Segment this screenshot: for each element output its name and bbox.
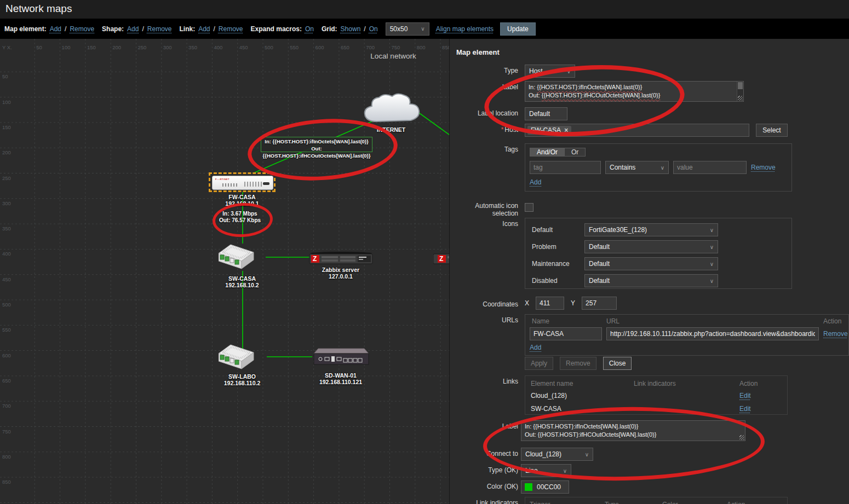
link-indicators-box: Trigger Type Color Action	[525, 497, 788, 504]
node-label-sdwan: SD-WAN-01 192.168.110.121	[308, 372, 374, 385]
node-ip: 192.168.110.2	[209, 380, 275, 386]
link-label-textarea[interactable]: In: {{HOST.HOST}:ifInOctets[WAN].last(0)…	[521, 420, 745, 441]
link-add-link[interactable]: Add	[198, 25, 210, 33]
tag-operator-select[interactable]: Contains ∨	[605, 161, 669, 174]
tag-add-link[interactable]: Add	[530, 178, 541, 186]
host-select-button[interactable]: Select	[756, 124, 788, 137]
resize-grip-icon[interactable]	[739, 435, 744, 440]
label-textarea[interactable]: In: {{HOST.HOST}:ifInOctets[WAN].last(0)…	[525, 81, 744, 102]
resize-grip-icon[interactable]	[738, 96, 743, 101]
remove-host-icon[interactable]: ×	[564, 126, 568, 134]
map-link-label-line2: Out: {{HOST.HOST}:ifHCOutOctets[WAN].las…	[261, 145, 372, 159]
tags-row: Tags And/OrOr Contains ∨ Remove Add	[450, 143, 849, 192]
swlabo-node[interactable]	[219, 344, 267, 372]
spacer	[450, 357, 518, 359]
svg-text:Z: Z	[439, 255, 443, 263]
url-remove-link[interactable]: Remove	[823, 330, 848, 338]
tag-operator-value: Contains	[610, 164, 635, 171]
icon-default-select[interactable]: FortiGate30E_(128) ∨	[584, 223, 718, 236]
auto-icon-checkbox[interactable]	[525, 203, 534, 212]
remove-button[interactable]: Remove	[560, 357, 596, 370]
urls-action-header: Action	[823, 317, 841, 325]
tag-remove-link[interactable]: Remove	[751, 164, 776, 171]
shape-add-link[interactable]: Add	[127, 25, 139, 33]
node-label-fwcasa: FW-CASA 192.168.10.1	[209, 194, 275, 207]
coordinate-x-input[interactable]	[536, 297, 564, 310]
link-edit-swcasa[interactable]: Edit	[739, 405, 782, 413]
coordinate-y-label: Y	[571, 299, 575, 307]
links-box: Element name Link indicators Action Clou…	[525, 375, 788, 415]
tag-input[interactable]	[530, 161, 601, 174]
icon-disabled-select[interactable]: Default ∨	[584, 274, 718, 287]
color-swatch[interactable]	[525, 483, 532, 491]
expand-macros-on-link[interactable]: On	[305, 25, 314, 33]
icons-box: Default FortiGate30E_(128) ∨ Problem Def…	[525, 218, 792, 289]
links-label: Links	[450, 375, 518, 385]
zabbix-server-node[interactable]: Z	[308, 252, 374, 268]
separator: /	[364, 25, 365, 33]
color-ok-input[interactable]: 00CC00	[521, 480, 569, 494]
node-ip: 127.0.0.1	[308, 273, 374, 280]
map-link-label-box: In: {{HOST.HOST}:ifInOctets[WAN].last(0)…	[261, 137, 372, 152]
tags-label: Tags	[450, 143, 518, 153]
link-element-name: SW-CASA	[531, 405, 634, 413]
type-select[interactable]: Host ∨	[525, 65, 575, 78]
connect-to-row: Connect to Cloud_(128) ∨	[450, 448, 849, 461]
coordinate-y-input[interactable]	[582, 297, 617, 310]
icon-maintenance-select[interactable]: Default ∨	[584, 257, 718, 270]
chevron-down-icon: ∨	[563, 468, 567, 474]
internet-cloud-icon[interactable]	[360, 92, 422, 128]
coordinates-row: Coordinates X Y	[450, 297, 849, 310]
urls-name-header: Name	[532, 317, 549, 325]
label-line2-prefix: Out:	[529, 92, 540, 99]
node-label-swlabo: SW-LABO 192.168.110.2	[209, 373, 275, 386]
grid-on-link[interactable]: On	[369, 25, 378, 33]
label-location-select[interactable]: Default	[525, 107, 567, 120]
map-element-remove-link[interactable]: Remove	[70, 25, 94, 33]
url-add-link[interactable]: Add	[530, 344, 541, 351]
tags-or-button[interactable]: Or	[564, 148, 586, 157]
type-label: Type	[450, 65, 518, 74]
label-line2-body: {{HOST.HOST}:ifHCOutOctets[WAN].last(0)}	[542, 92, 661, 99]
host-multiselect[interactable]: FW-CASA ×	[525, 124, 749, 137]
fwcasa-node-selected[interactable]: F:::RTINET	[209, 172, 276, 192]
grid-size-select[interactable]: 50x50 ∨	[386, 22, 429, 36]
urls-label: URLs	[450, 314, 518, 324]
map-element-add-link[interactable]: Add	[50, 25, 61, 33]
grid-shown-link[interactable]: Shown	[341, 25, 361, 33]
sdwan-node[interactable]	[312, 346, 371, 370]
close-button[interactable]: Close	[603, 357, 632, 370]
swcasa-node[interactable]	[219, 244, 266, 272]
align-map-elements-link[interactable]: Align map elements	[436, 25, 494, 33]
zabbix-proxy-icon-partial[interactable]: Z	[433, 252, 449, 268]
shape-remove-link[interactable]: Remove	[147, 25, 172, 33]
node-ip: 192.168.10.1	[209, 200, 275, 207]
node-name: SW-CASA	[209, 275, 275, 282]
label-label: Label	[450, 81, 518, 91]
network-map-canvas[interactable]: Y X. Local network INTERNET In: {{HOST.H…	[0, 39, 449, 504]
url-name-input[interactable]	[530, 327, 602, 340]
indicators-type-header: Type	[605, 501, 662, 504]
form-buttons-row: Apply Remove Close	[450, 357, 849, 370]
update-button[interactable]: Update	[500, 22, 536, 36]
indicators-action-header: Action	[727, 501, 783, 504]
page-title: Network maps	[5, 3, 72, 15]
link-cloud-east[interactable]	[420, 113, 449, 136]
icon-problem-select[interactable]: Default ∨	[584, 240, 718, 253]
link-remove-link[interactable]: Remove	[219, 25, 243, 33]
label-line1-body: {{HOST.HOST}:ifInOctets[WAN].last(0)}	[537, 84, 642, 90]
links-row: Links Element name Link indicators Actio…	[450, 375, 849, 415]
connect-to-select[interactable]: Cloud_(128) ∨	[521, 448, 593, 461]
url-input[interactable]	[606, 327, 819, 340]
tags-andor-button[interactable]: And/Or	[530, 148, 564, 157]
type-ok-select[interactable]: Line ∨	[521, 464, 571, 477]
label-line1-prefix: In:	[529, 84, 535, 90]
link-edit-cloud[interactable]: Edit	[739, 392, 782, 399]
required-asterisk: *	[501, 126, 504, 134]
tag-value-input[interactable]	[673, 161, 747, 174]
host-chip[interactable]: FW-CASA ×	[527, 126, 571, 135]
map-link-label-line1: In: {{HOST.HOST}:ifInOctets[WAN].last(0)…	[261, 138, 372, 145]
icon-row-maintenance: Maintenance Default ∨	[532, 257, 785, 270]
chevron-down-icon: ∨	[710, 227, 714, 233]
apply-button[interactable]: Apply	[525, 357, 553, 370]
